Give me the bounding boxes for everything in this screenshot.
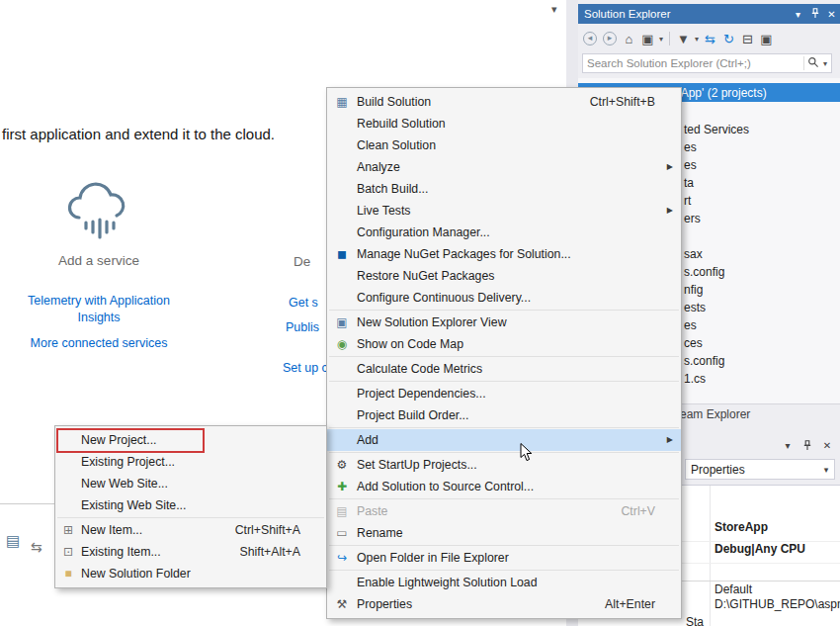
dropdown-icon[interactable]: ▾ [657, 31, 665, 47]
tree-item-fragment[interactable]: nfig [684, 281, 703, 299]
menu-item-manage-nuget-packages-for-solution[interactable]: ◼Manage NuGet Packages for Solution... [327, 243, 681, 265]
menu-separator [329, 427, 679, 428]
menu-item-label: New Item... [81, 523, 235, 537]
search-divider [803, 56, 804, 70]
tree-item-fragment[interactable]: es [684, 316, 697, 334]
tree-item-fragment[interactable]: ests [684, 299, 706, 316]
close-icon[interactable]: ✕ [823, 9, 840, 20]
properties-pages-icon[interactable]: ▣ [758, 31, 775, 47]
menu-item-existing-web-site[interactable]: Existing Web Site... [55, 494, 326, 516]
menu-item-project-build-order[interactable]: Project Build Order... [327, 404, 681, 426]
dropdown-icon[interactable]: ▾ [693, 31, 701, 47]
tree-item-fragment[interactable]: rt [684, 192, 691, 210]
link-fragment[interactable]: Set up c [283, 361, 328, 375]
telemetry-application-insights-link[interactable]: Telemetry with Application Insights [5, 293, 193, 326]
link-fragment[interactable]: Get s [289, 296, 318, 310]
menu-item-label: Enable Lightweight Solution Load [357, 576, 681, 589]
menu-item-restore-nuget-packages[interactable]: Restore NuGet Packages [327, 265, 681, 287]
grid-column-divider[interactable] [710, 486, 711, 626]
window-position-icon[interactable]: ▾ [790, 9, 806, 20]
menu-item-label: Existing Web Site... [81, 498, 326, 512]
menu-item-project-dependencies[interactable]: Project Dependencies... [327, 383, 681, 404]
property-name-fragment: Sta [686, 615, 704, 626]
window-position-icon[interactable]: ▾ [780, 440, 796, 451]
mouse-cursor [520, 443, 534, 466]
collapse-all-icon[interactable]: ⊟ [739, 31, 756, 47]
menu-item-open-folder-in-file-explorer[interactable]: ↪Open Folder in File Explorer [327, 547, 681, 569]
menu-item-live-tests[interactable]: Live Tests▶ [327, 200, 681, 222]
menu-item-analyze[interactable]: Analyze▶ [327, 156, 681, 178]
menu-item-new-solution-folder[interactable]: ■New Solution Folder [55, 563, 326, 584]
menu-item-add[interactable]: Add▶ [327, 429, 681, 451]
menu-item-new-solution-explorer-view[interactable]: ▣New Solution Explorer View [327, 312, 681, 333]
compare-pane-icon[interactable]: ⇆ [31, 539, 42, 555]
tree-item-fragment[interactable]: ta [684, 174, 694, 192]
property-value[interactable]: Default [714, 582, 752, 597]
forward-icon[interactable]: ▸ [603, 32, 617, 45]
wrench-icon: ⚒ [327, 593, 357, 615]
new-item-icon: ⊞ [55, 519, 81, 541]
menu-item-enable-lightweight-solution-load[interactable]: Enable Lightweight Solution Load [327, 572, 681, 593]
new-view-icon[interactable]: ▣ [639, 31, 656, 47]
property-value[interactable]: D:\GITHUB_REPO\aspn [714, 597, 840, 612]
property-value[interactable]: Debug|Any CPU [714, 542, 805, 557]
properties-object-combobox[interactable]: Properties ▾ [685, 459, 835, 480]
more-connected-services-link[interactable]: More connected services [5, 336, 193, 350]
list-pane-icon[interactable]: ▤ [6, 532, 20, 550]
menu-item-new-web-site[interactable]: New Web Site... [55, 473, 326, 494]
pin-icon[interactable] [799, 440, 815, 453]
sync-icon[interactable]: ⇆ [702, 31, 718, 47]
menu-item-properties[interactable]: ⚒PropertiesAlt+Enter [327, 593, 681, 615]
menu-item-build-solution[interactable]: ▦Build SolutionCtrl+Shift+B [327, 91, 681, 113]
tree-item-fragment[interactable]: s.config [684, 263, 724, 281]
property-value[interactable]: StoreApp [714, 520, 768, 535]
menu-item-label: Rename [357, 526, 681, 540]
window-dropdown-icon[interactable]: ▾ [551, 3, 557, 16]
search-box[interactable]: ▾ [582, 53, 832, 73]
menu-item-set-startup-projects[interactable]: ⚙Set StartUp Projects... [327, 454, 681, 476]
menu-item-show-on-code-map[interactable]: ◉Show on Code Map [327, 333, 681, 355]
menu-item-paste[interactable]: ▤PasteCtrl+V [327, 500, 681, 522]
menu-item-clean-solution[interactable]: Clean Solution [327, 134, 681, 156]
menu-item-label: Project Dependencies... [357, 387, 681, 401]
menu-item-calculate-code-metrics[interactable]: Calculate Code Metrics [327, 358, 681, 380]
tree-item-fragment[interactable]: ces [684, 334, 703, 352]
menu-item-batch-build[interactable]: Batch Build... [327, 178, 681, 200]
home-icon[interactable]: ⌂ [621, 31, 637, 47]
tree-item-fragment[interactable]: es [684, 138, 697, 156]
tree-item-fragment[interactable]: s.config [684, 352, 724, 370]
add-service-label: Add a service [5, 253, 193, 268]
pin-icon[interactable] [806, 8, 823, 21]
tree-item-fragment[interactable]: es [684, 156, 697, 174]
chevron-down-icon[interactable]: ▾ [819, 59, 831, 68]
menu-item-label: New Solution Explorer View [357, 315, 681, 329]
menu-separator [329, 381, 679, 382]
tab-team-explorer[interactable]: Team Explorer [674, 407, 750, 421]
menu-item-new-item[interactable]: ⊞New Item...Ctrl+Shift+A [55, 519, 326, 541]
back-icon[interactable]: ◂ [583, 32, 597, 45]
menu-item-label: Batch Build... [357, 182, 681, 196]
cloud-service-icon [61, 178, 138, 246]
menu-item-add-solution-to-source-control[interactable]: ✚Add Solution to Source Control... [327, 476, 681, 497]
menu-item-label: New Solution Folder [81, 567, 326, 581]
menu-item-configuration-manager[interactable]: Configuration Manager... [327, 222, 681, 243]
tree-item-fragment[interactable]: sax [684, 245, 703, 263]
menu-item-existing-project[interactable]: Existing Project... [55, 451, 326, 473]
solution-explorer-titlebar[interactable]: Solution Explorer ▾ ✕ [578, 4, 840, 24]
menu-item-configure-continuous-delivery[interactable]: Configure Continuous Delivery... [327, 287, 681, 309]
refresh-icon[interactable]: ↻ [720, 31, 737, 47]
tree-item-fragment[interactable]: ers [684, 210, 701, 227]
toolbar-separator [669, 32, 670, 45]
menu-separator [329, 545, 679, 546]
menu-item-rebuild-solution[interactable]: Rebuild Solution [327, 113, 681, 134]
menu-item-existing-item[interactable]: ⊡Existing Item...Shift+Alt+A [55, 541, 326, 563]
close-icon[interactable]: ✕ [819, 440, 835, 451]
search-input[interactable] [583, 57, 800, 69]
tree-item-fragment[interactable]: ted Services [684, 121, 749, 138]
link-fragment[interactable]: Publis [286, 320, 319, 334]
tree-item-fragment[interactable]: 1.cs [684, 370, 706, 388]
menu-item-rename[interactable]: ▭Rename [327, 522, 681, 544]
search-icon[interactable] [807, 56, 819, 71]
filter-icon[interactable]: ▼ [675, 31, 692, 47]
submenu-arrow-icon: ▶ [667, 156, 673, 178]
